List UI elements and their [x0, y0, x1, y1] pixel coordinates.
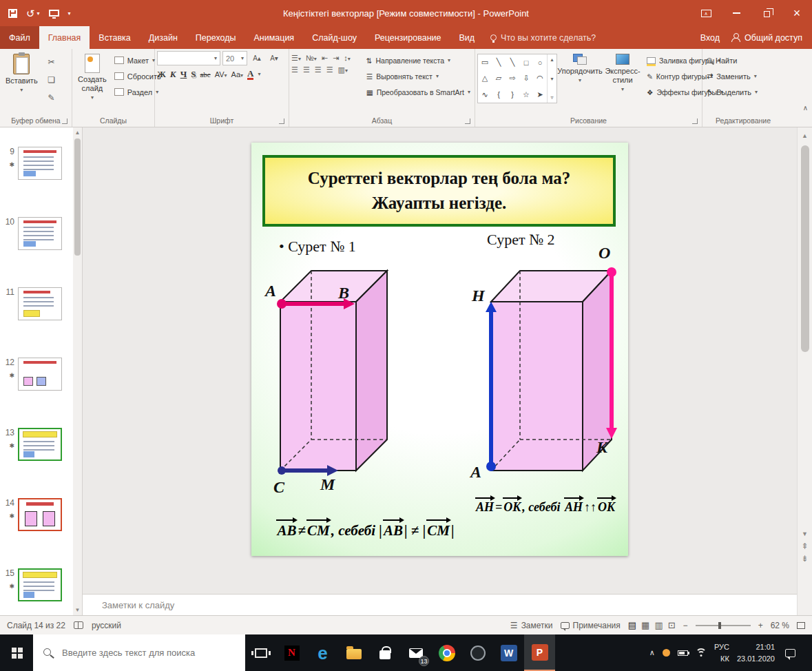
replace-button[interactable]: ⇄Заменить▾ [705, 69, 760, 83]
tab-Вид[interactable]: Вид [450, 26, 483, 49]
share-button[interactable]: Общий доступ [731, 33, 802, 43]
figure1-parallelepiped[interactable]: A B C M [261, 245, 419, 499]
grow-font-button[interactable]: А▴ [249, 51, 264, 65]
shape-icon[interactable]: ➤ [533, 87, 547, 103]
dialog-launcher-icon[interactable] [279, 118, 284, 124]
language-indicator[interactable]: русский [92, 621, 121, 630]
columns-button[interactable]: ▥▾ [338, 65, 348, 74]
sign-in-button[interactable]: Вход [700, 33, 720, 43]
tab-Вставка[interactable]: Вставка [90, 26, 139, 49]
tell-me-box[interactable]: Что вы хотите сделать? [490, 26, 596, 49]
increase-indent-button[interactable]: ⇥ [333, 54, 339, 63]
text-direction-button[interactable]: ⇅Направление текста▾ [364, 53, 472, 68]
clock[interactable]: 21:01 23.01.2020 [737, 641, 775, 664]
slide-thumbnail-preview[interactable] [18, 147, 62, 180]
undo-button[interactable]: ↺ ▾ [26, 8, 40, 19]
shape-icon[interactable]: { [492, 87, 506, 103]
slide-thumbnail[interactable]: 11 [0, 287, 73, 320]
battery-icon[interactable] [678, 650, 688, 656]
slide-thumbnail[interactable]: 9 ✱ [0, 147, 73, 180]
quick-styles-button[interactable]: Экспресс-стили ▾ [603, 51, 643, 114]
taskbar-search[interactable] [33, 634, 245, 671]
character-spacing-button[interactable]: AV▾ [215, 70, 227, 79]
taskbar-app-mail[interactable]: 13 [400, 634, 431, 671]
scroll-down-icon[interactable]: ▼ [75, 607, 81, 613]
restore-button[interactable] [751, 0, 782, 26]
tab-Рецензирование[interactable]: Рецензирование [366, 26, 450, 49]
slideshow-view-button[interactable]: ⊡ [668, 620, 676, 630]
shape-icon[interactable]: ▱ [492, 70, 506, 86]
shape-icon[interactable]: ○ [533, 54, 547, 70]
shape-icon[interactable]: ◠ [533, 70, 547, 86]
next-slide-button[interactable]: ⇟ [798, 553, 812, 565]
notes-placeholder[interactable]: Заметки к слайду [102, 600, 174, 610]
start-button[interactable] [0, 634, 33, 671]
reading-view-button[interactable]: ▥ [654, 620, 663, 630]
close-button[interactable]: × [782, 0, 812, 26]
slide-thumbnail-preview[interactable] [18, 358, 62, 391]
underline-button[interactable]: Ч [180, 69, 187, 80]
shape-icon[interactable]: ⇨ [506, 70, 519, 86]
taskbar-app-store[interactable] [369, 634, 400, 671]
minimize-button[interactable] [721, 0, 751, 26]
change-case-button[interactable]: Aa▾ [231, 70, 243, 79]
justify-button[interactable]: ☰ [326, 65, 333, 74]
align-left-button[interactable]: ☰ [291, 65, 298, 74]
slide-thumbnail-preview[interactable] [18, 568, 62, 601]
align-right-button[interactable]: ☰ [315, 65, 322, 74]
zoom-slider[interactable] [696, 625, 751, 626]
shape-icon[interactable]: ⇩ [519, 70, 533, 86]
comments-toggle[interactable]: Примечания [561, 621, 621, 630]
tab-Файл[interactable]: Файл [0, 26, 39, 49]
collapse-ribbon-button[interactable]: ∧ [803, 104, 808, 112]
fit-slide-to-window-icon[interactable] [797, 622, 805, 629]
customize-qat-icon[interactable]: ▾ [68, 10, 71, 17]
show-hidden-icons-button[interactable]: ∧ [649, 648, 655, 657]
bullets-button[interactable]: ☰▾ [291, 54, 301, 63]
tab-Слайд-шоу[interactable]: Слайд-шоу [303, 26, 366, 49]
figure2-parallelepiped[interactable]: H O K A [457, 238, 625, 489]
numbering-button[interactable]: №▾ [306, 54, 317, 63]
shape-icon[interactable]: } [506, 87, 519, 103]
shape-icon[interactable]: ▭ [478, 54, 492, 70]
tab-Дизайн[interactable]: Дизайн [140, 26, 187, 49]
shapes-scroll-up-icon[interactable]: ▴ [550, 56, 553, 63]
slide-thumbnail-preview[interactable] [18, 287, 62, 320]
strikethrough-button[interactable]: abc [200, 70, 210, 79]
wifi-icon[interactable] [696, 648, 707, 657]
copy-button[interactable]: ❏ [43, 72, 60, 87]
cut-button[interactable]: ✂ [43, 54, 60, 69]
start-slideshow-icon[interactable] [49, 10, 59, 17]
taskbar-app-explorer[interactable] [338, 634, 369, 671]
formula-ah-ok[interactable]: AH=OK, себебі AH↑↑OK [466, 497, 625, 515]
zoom-in-button[interactable]: + [758, 621, 763, 630]
slide-canvas[interactable]: Суреттегі векторлар тең бола ма? Жауапты… [251, 143, 628, 556]
tab-Переходы[interactable]: Переходы [187, 26, 245, 49]
undo-icon[interactable]: ↺ [26, 8, 35, 19]
font-name-select[interactable]: ▾ [157, 51, 220, 65]
taskbar-app-powerpoint[interactable]: P [524, 634, 555, 671]
shape-icon[interactable]: ☆ [519, 87, 533, 103]
italic-button[interactable]: К [170, 69, 176, 80]
align-text-button[interactable]: ☰Выровнять текст▾ [364, 69, 472, 83]
search-input[interactable] [33, 634, 245, 671]
action-center-icon[interactable] [785, 649, 795, 657]
formula-ab-cm[interactable]: AB≠CM, себебі |AB| ≠ |CM| [258, 519, 472, 539]
bold-button[interactable]: Ж [157, 69, 166, 80]
scrollbar-thumb[interactable] [74, 138, 81, 256]
ribbon-display-options-button[interactable]: ∧ [691, 0, 721, 26]
scroll-up-icon[interactable]: ▲ [798, 130, 812, 142]
font-size-select[interactable]: 20▾ [222, 51, 247, 65]
slide-thumbnail[interactable]: 14 ✱ [0, 498, 73, 531]
shapes-gallery[interactable]: ▭╲╲□○△▱⇨⇩◠∿{}☆➤ ▴ ▾ ▿ [477, 54, 557, 103]
text-shadow-button[interactable]: S [191, 69, 196, 80]
convert-smartart-button[interactable]: ▦Преобразовать в SmartArt▾ [364, 85, 472, 99]
slide-title[interactable]: Суреттегі векторлар тең бола ма? Жауапты… [262, 155, 616, 227]
shape-icon[interactable]: ∿ [478, 87, 492, 103]
dialog-launcher-icon[interactable] [62, 118, 67, 124]
shape-icon[interactable]: △ [478, 70, 492, 86]
zoom-slider-thumb[interactable] [718, 622, 721, 629]
format-painter-button[interactable]: ✎ [43, 90, 60, 105]
tell-me-label[interactable]: Что вы хотите сделать? [501, 33, 596, 43]
dialog-launcher-icon[interactable] [692, 118, 698, 124]
